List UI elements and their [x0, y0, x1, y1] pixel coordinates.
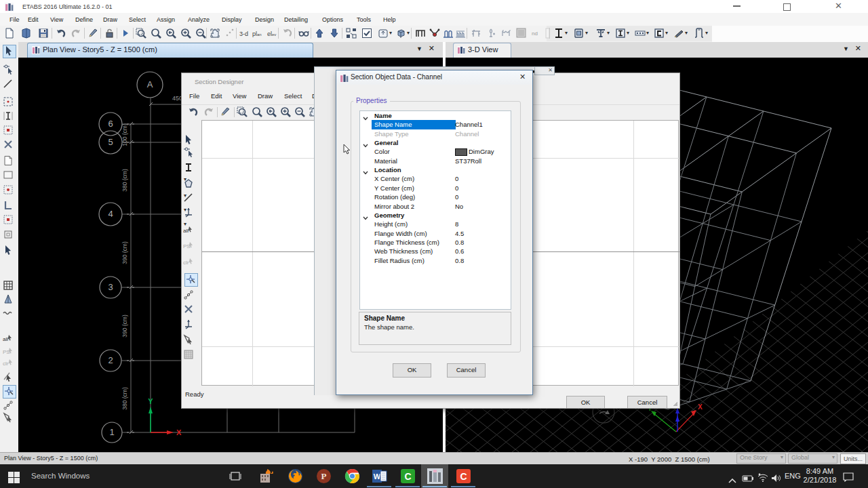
- svg-text:390 (cm): 390 (cm): [121, 314, 128, 338]
- svg-text:W: W: [374, 472, 381, 481]
- svg-text:clr: clr: [3, 361, 9, 367]
- svg-text:P: P: [321, 471, 327, 481]
- svg-text:elev: elev: [267, 30, 276, 37]
- svg-text:380 (cm): 380 (cm): [121, 387, 128, 410]
- svg-text:Y: Y: [148, 397, 153, 405]
- svg-text:3-d: 3-d: [239, 30, 248, 37]
- svg-text:clr: clr: [183, 260, 189, 266]
- svg-text:2: 2: [108, 355, 113, 365]
- svg-text:all: all: [183, 228, 189, 234]
- svg-text:nd: nd: [532, 30, 538, 37]
- svg-text:100 (cm): 100 (cm): [121, 123, 128, 146]
- svg-text:6: 6: [108, 119, 113, 129]
- svg-text:C: C: [404, 471, 411, 482]
- svg-text:1: 1: [109, 427, 114, 437]
- svg-text:plan: plan: [252, 30, 262, 37]
- svg-text:5: 5: [108, 137, 113, 147]
- svg-text:A: A: [147, 79, 153, 89]
- svg-text:X: X: [176, 428, 182, 436]
- svg-text:C: C: [460, 471, 467, 482]
- svg-text:3: 3: [108, 282, 113, 292]
- svg-text:all: all: [3, 336, 8, 342]
- svg-text:390 (cm): 390 (cm): [121, 241, 128, 264]
- svg-text:380 (cm): 380 (cm): [121, 169, 128, 192]
- svg-text:X: X: [698, 403, 703, 411]
- svg-text:4: 4: [108, 209, 113, 219]
